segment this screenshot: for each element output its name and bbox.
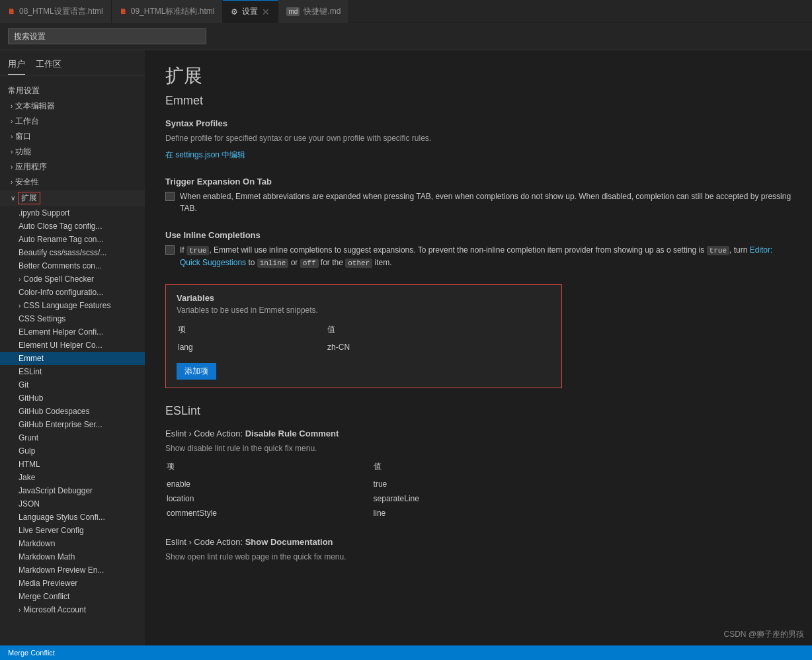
tab-label-settings: 设置 <box>242 6 258 17</box>
sidebar-item-githubEnterprise[interactable]: GitHub Enterprise Ser... <box>0 418 145 431</box>
variables-table: 项 值 lang zh-CN <box>177 323 551 355</box>
sidebar-item-codeSpell[interactable]: › Code Spell Checker <box>0 272 145 286</box>
settings-json-link[interactable]: 在 settings.json 中编辑 <box>165 150 245 159</box>
inline-completions-name: Use Inline Completions <box>165 230 792 240</box>
sidebar-item-json[interactable]: JSON <box>0 497 145 511</box>
inline-completions-group: Use Inline Completions If true, Emmet wi… <box>165 230 792 268</box>
code-true: true <box>186 246 209 255</box>
sidebar-item-languageStylus[interactable]: Language Stylus Confi... <box>0 511 145 524</box>
sidebar-item-features[interactable]: › 功能 <box>0 144 145 159</box>
sidebar-item-markdownMath[interactable]: Markdown Math <box>0 550 145 563</box>
sidebar-item-mediaPreviewer[interactable]: Media Previewer <box>0 577 145 590</box>
sidebar-item-emmet[interactable]: Emmet <box>0 352 145 365</box>
tab-09-html[interactable]: 🗎 09_HTML标准结构.html <box>112 0 223 23</box>
sidebar-item-common[interactable]: 常用设置 <box>0 83 145 99</box>
add-item-button[interactable]: 添加项 <box>177 363 216 380</box>
eslint-row-commentStyle: commentStyle line <box>167 507 561 520</box>
sidebar-item-text-editor[interactable]: › 文本编辑器 <box>0 99 145 114</box>
sidebar-item-autocloseTag[interactable]: Auto Close Tag config... <box>0 220 145 233</box>
sidebar-item-eslint[interactable]: ESLint <box>0 365 145 378</box>
variables-col-value: 值 <box>327 324 549 339</box>
arrow-icon-6: › <box>11 179 13 186</box>
eslint-enable-item: enable <box>167 477 372 491</box>
eslint-commentStyle-value: line <box>374 507 561 520</box>
sidebar-item-beautify[interactable]: Beautify css/sass/scss/... <box>0 246 145 259</box>
tab-bar: 🗎 08_HTML设置语言.html 🗎 09_HTML标准结构.html ⚙ … <box>0 0 812 23</box>
sidebar-tab-user[interactable]: 用户 <box>8 56 25 75</box>
arrow-icon-cs: › <box>19 276 20 283</box>
tab-close-settings[interactable]: ✕ <box>262 7 270 17</box>
sidebar-item-betterComments[interactable]: Better Comments con... <box>0 259 145 272</box>
sidebar-tab-workspace[interactable]: 工作区 <box>36 56 61 75</box>
sidebar-item-microsoftAccount[interactable]: › Microsoft Account <box>0 603 145 616</box>
sidebar-item-markdownPreview[interactable]: Markdown Preview En... <box>0 563 145 577</box>
sidebar-item-extensions[interactable]: ∨ 扩展 <box>0 190 145 206</box>
sidebar-item-github[interactable]: GitHub <box>0 392 145 405</box>
sidebar-item-mergeConflict[interactable]: Merge Conflict <box>0 590 145 603</box>
sidebar-item-jsDebugger[interactable]: JavaScript Debugger <box>0 484 145 497</box>
trigger-expansion-group: Trigger Expansion On Tab When enabled, E… <box>165 177 792 214</box>
code-off: off <box>300 259 319 268</box>
arrow-icon: › <box>11 103 13 110</box>
tab-08-html[interactable]: 🗎 08_HTML设置语言.html <box>0 0 112 23</box>
sidebar-item-window[interactable]: › 窗口 <box>0 129 145 144</box>
trigger-expansion-checkbox[interactable] <box>165 192 175 201</box>
sidebar-item-liveServer[interactable]: Live Server Config <box>0 524 145 537</box>
settings-icon: ⚙ <box>231 7 238 17</box>
variables-title: Variables <box>177 293 551 303</box>
sidebar-item-githubCodespaces[interactable]: GitHub Codespaces <box>0 405 145 418</box>
sidebar-item-cssSettings[interactable]: CSS Settings <box>0 312 145 325</box>
page-title: 扩展 <box>165 63 792 89</box>
variables-row-lang: lang zh-CN <box>178 341 549 354</box>
eslint-show-doc-group: Eslint › Code Action: Show Documentation… <box>165 537 792 563</box>
sidebar-item-colorInfo[interactable]: Color-Info configuratio... <box>0 286 145 299</box>
syntax-profiles-desc: Define profile for specified syntax or u… <box>165 132 792 144</box>
eslint-col-value: 值 <box>374 461 561 476</box>
tab-settings[interactable]: ⚙ 设置 ✕ <box>223 0 278 23</box>
arrow-icon-5: › <box>11 163 13 171</box>
sidebar-section: 常用设置 › 文本编辑器 › 工作台 › 窗口 › 功能 <box>0 81 145 619</box>
sidebar-item-security[interactable]: › 安全性 <box>0 175 145 190</box>
md-icon: md <box>286 7 300 16</box>
tab-md[interactable]: md 快捷键.md <box>278 0 349 23</box>
eslint-location-value: separateLine <box>374 492 561 505</box>
eslint-disable-rule-group: Eslint › Code Action: Disable Rule Comme… <box>165 429 792 521</box>
eslint-disable-rule-desc: Show disable lint rule in the quick fix … <box>165 442 792 454</box>
eslint-show-doc-name: Eslint › Code Action: Show Documentation <box>165 537 792 547</box>
variables-col-item: 项 <box>178 324 326 339</box>
status-merge-conflict[interactable]: Merge Conflict <box>8 649 55 657</box>
code-other: other <box>345 259 372 268</box>
sidebar-item-elementHelper[interactable]: ELement Helper Confi... <box>0 325 145 339</box>
sidebar-item-gulp[interactable]: Gulp <box>0 444 145 458</box>
inline-completions-checkbox[interactable] <box>165 245 175 255</box>
sidebar-item-markdown[interactable]: Markdown <box>0 537 145 550</box>
emmet-section-title: Emmet <box>165 94 792 108</box>
eslint-show-doc-desc: Show open lint rule web page in the quic… <box>165 551 792 563</box>
sidebar-item-cssLanguage[interactable]: › CSS Language Features <box>0 299 145 312</box>
sidebar-item-html[interactable]: HTML <box>0 458 145 471</box>
status-bar: Merge Conflict <box>0 645 812 660</box>
arrow-icon-3: › <box>11 133 13 140</box>
sidebar-item-ipynb[interactable]: .ipynb Support <box>0 206 145 220</box>
trigger-expansion-text: When enabled, Emmet abbreviations are ex… <box>180 190 792 214</box>
sidebar-item-apps[interactable]: › 应用程序 <box>0 159 145 175</box>
tab-label-08: 08_HTML设置语言.html <box>19 6 103 17</box>
tab-label-09: 09_HTML标准结构.html <box>131 6 215 17</box>
sidebar-item-workspace[interactable]: › 工作台 <box>0 114 145 129</box>
sidebar-item-grunt[interactable]: Grunt <box>0 431 145 444</box>
eslint-enable-value: true <box>374 477 561 491</box>
sidebar-item-autoRename[interactable]: Auto Rename Tag con... <box>0 233 145 246</box>
search-input[interactable] <box>8 28 206 44</box>
sidebar-item-jake[interactable]: Jake <box>0 471 145 484</box>
watermark: CSDN @狮子座的男孩 <box>723 629 804 640</box>
variables-lang-value: zh-CN <box>327 341 549 354</box>
sidebar-item-git[interactable]: Git <box>0 378 145 392</box>
inline-completions-row: If true, Emmet will use inline completio… <box>165 244 792 268</box>
code-inline: inline <box>257 259 289 268</box>
eslint-section: ESLint Eslint › Code Action: Disable Rul… <box>165 404 792 563</box>
variables-box: Variables Variables to be used in Emmet … <box>165 284 562 388</box>
arrow-icon-2: › <box>11 118 13 125</box>
sidebar-item-elementUIHelper[interactable]: Element UI Helper Co... <box>0 339 145 352</box>
eslint-commentStyle-item: commentStyle <box>167 507 372 520</box>
variables-desc: Variables to be used in Emmet snippets. <box>177 306 551 315</box>
